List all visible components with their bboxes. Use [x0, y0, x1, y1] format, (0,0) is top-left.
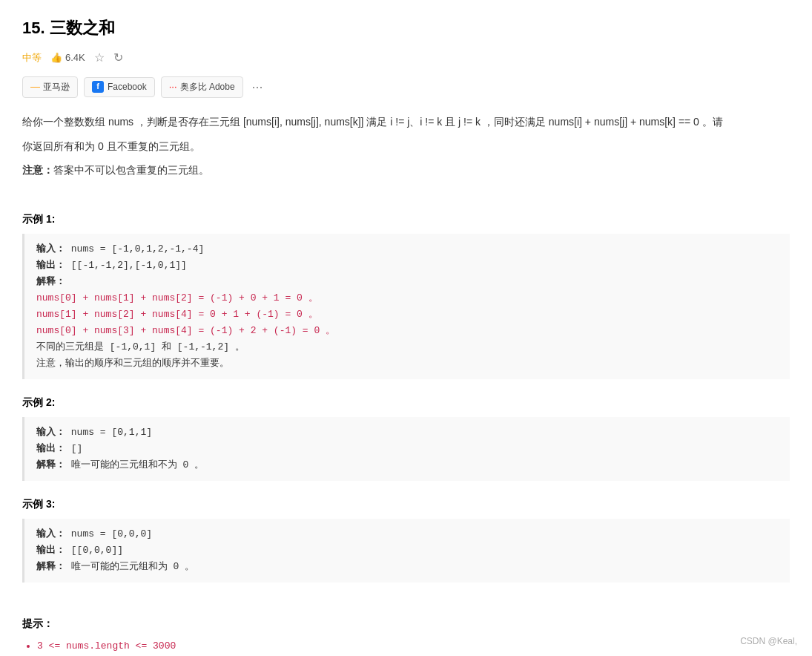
explain-line-3-0: 唯一可能的三元组和为 0 。 [71, 561, 194, 572]
meta-row: 中等 👍 6.4K ☆ ↻ [22, 48, 790, 68]
amazon-icon: — [30, 79, 40, 95]
tag-amazon-label: 亚马逊 [43, 80, 70, 94]
example-1-output: 输出： [[-1,-1,2],[-1,0,1]] [36, 258, 778, 274]
example-2-title: 示例 2: [22, 394, 790, 410]
explain-line-1-0: nums[0] + nums[1] + nums[2] = (-1) + 0 +… [36, 290, 778, 306]
adobe-icon: ··· [169, 79, 177, 95]
explain-label-1: 解释： [36, 276, 65, 287]
example-3-title: 示例 3: [22, 496, 790, 512]
explain-line-1-4: 注意，输出的顺序和三元组的顺序并不重要。 [36, 355, 778, 372]
output-label-1: 输出： [36, 260, 65, 271]
example-3-explain: 解释： 唯一可能的三元组和为 0 。 [36, 559, 778, 575]
output-label-3: 输出： [36, 545, 65, 556]
input-value-1: nums = [-1,0,1,2,-1,-4] [71, 243, 204, 255]
example-2: 示例 2: 输入： nums = [0,1,1] 输出： [] 解释： 唯一可能… [22, 394, 790, 481]
explain-line-1-1: nums[1] + nums[2] + nums[4] = 0 + 1 + (-… [36, 306, 778, 323]
explain-label-3: 解释： [36, 561, 65, 572]
example-2-output: 输出： [] [36, 441, 778, 457]
tags-row: — 亚马逊 f Facebook ··· 奥多比 Adobe ··· [22, 76, 790, 98]
more-tags-button[interactable]: ··· [249, 76, 266, 98]
example-3-input: 输入： nums = [0,0,0] [36, 526, 778, 542]
output-value-3: [[0,0,0]] [71, 545, 123, 556]
star-icon[interactable]: ☆ [94, 48, 105, 68]
example-3-block: 输入： nums = [0,0,0] 输出： [[0,0,0]] 解释： 唯一可… [22, 519, 790, 583]
example-1: 示例 1: 输入： nums = [-1,0,1,2,-1,-4] 输出： [[… [22, 211, 790, 379]
input-value-3: nums = [0,0,0] [71, 528, 152, 539]
difficulty-badge: 中等 [22, 50, 42, 66]
input-label-1: 输入： [36, 243, 65, 255]
output-label-2: 输出： [36, 443, 65, 454]
example-2-explain: 解释： 唯一可能的三元组和不为 0 。 [36, 457, 778, 473]
hint-item-0: 3 <= nums.length <= 3000 [37, 639, 790, 655]
note-text: 注意：答案中不可以包含重复的三元组。 [22, 162, 790, 178]
example-3-output: 输出： [[0,0,0]] [36, 542, 778, 559]
thumb-icon: 👍 [50, 50, 62, 66]
input-value-2: nums = [0,1,1] [71, 427, 152, 438]
like-number: 6.4K [65, 50, 85, 66]
description-line1: 给你一个整数数组 nums ，判断是否存在三元组 [nums[i], nums[… [22, 113, 790, 131]
example-1-input: 输入： nums = [-1,0,1,2,-1,-4] [36, 241, 778, 258]
hint-text-0: 3 <= nums.length <= 3000 [37, 640, 176, 652]
explain-label-2: 解释： [36, 459, 65, 470]
tag-facebook[interactable]: f Facebook [84, 77, 155, 97]
like-count: 👍 6.4K [50, 50, 85, 66]
page-title: 15. 三数之和 [22, 15, 790, 41]
tag-adobe[interactable]: ··· 奥多比 Adobe [161, 76, 243, 98]
explain-line-1-3: 不同的三元组是 [-1,0,1] 和 [-1,-1,2] 。 [36, 339, 778, 355]
tag-adobe-label: 奥多比 Adobe [180, 80, 235, 94]
refresh-icon[interactable]: ↻ [113, 48, 123, 68]
description-line2: 你返回所有和为 0 且不重复的三元组。 [22, 137, 790, 156]
output-value-2: [] [71, 443, 83, 454]
explain-line-1-2: nums[0] + nums[3] + nums[4] = (-1) + 2 +… [36, 323, 778, 339]
tag-amazon[interactable]: — 亚马逊 [22, 76, 78, 98]
example-3: 示例 3: 输入： nums = [0,0,0] 输出： [[0,0,0]] 解… [22, 496, 790, 583]
example-1-block: 输入： nums = [-1,0,1,2,-1,-4] 输出： [[-1,-1,… [22, 234, 790, 380]
facebook-icon: f [92, 81, 104, 93]
explain-line-2-0: 唯一可能的三元组和不为 0 。 [71, 459, 204, 470]
footer-credit: CSDN @Keal, [740, 634, 797, 649]
example-2-block: 输入： nums = [0,1,1] 输出： [] 解释： 唯一可能的三元组和不… [22, 417, 790, 481]
hints-title: 提示： [22, 615, 790, 632]
hints-list: 3 <= nums.length <= 3000 -105 <= nums[i]… [22, 639, 790, 656]
example-1-explain: 解释： [36, 274, 778, 290]
input-label-2: 输入： [36, 427, 65, 438]
tag-facebook-label: Facebook [108, 80, 147, 94]
example-2-input: 输入： nums = [0,1,1] [36, 424, 778, 441]
example-1-title: 示例 1: [22, 211, 790, 227]
input-label-3: 输入： [36, 528, 65, 539]
output-value-1: [[-1,-1,2],[-1,0,1]] [71, 260, 187, 271]
